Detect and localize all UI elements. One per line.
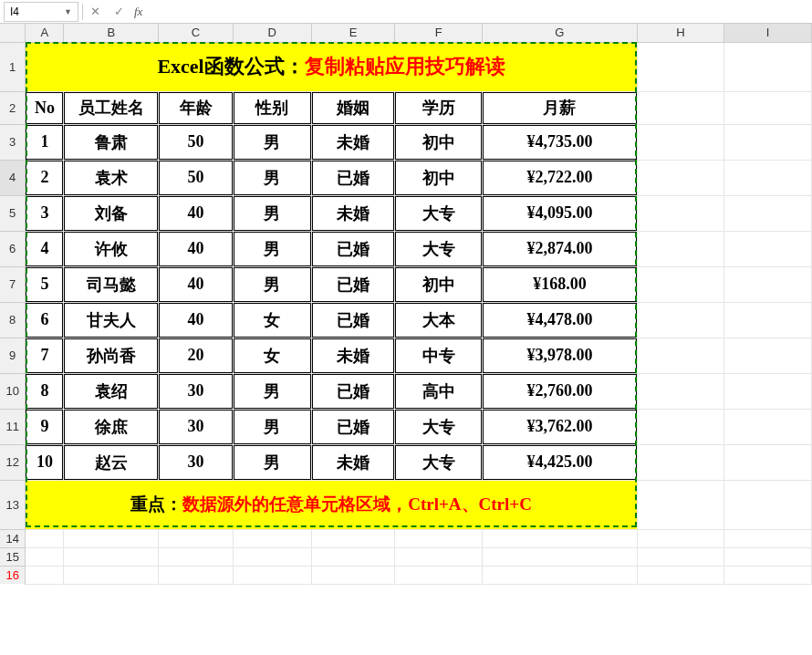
row-head-11[interactable]: 11 <box>0 409 26 444</box>
header-cell[interactable]: 学历 <box>395 91 483 124</box>
data-cell[interactable]: 未婚 <box>311 444 395 480</box>
data-cell[interactable]: 已婚 <box>311 160 395 195</box>
data-cell[interactable]: 30 <box>159 373 234 409</box>
cell[interactable] <box>26 529 64 547</box>
cell[interactable] <box>724 547 812 566</box>
cell[interactable] <box>64 547 159 566</box>
cell[interactable] <box>724 195 812 231</box>
cell[interactable] <box>637 195 724 231</box>
data-cell[interactable]: ¥4,425.00 <box>483 444 638 480</box>
data-cell[interactable]: 20 <box>159 338 234 373</box>
data-cell[interactable]: 大专 <box>395 444 483 480</box>
data-cell[interactable]: 已婚 <box>311 302 395 338</box>
data-cell[interactable]: 男 <box>233 444 311 480</box>
cell[interactable] <box>64 529 159 547</box>
cell[interactable] <box>233 566 311 584</box>
data-cell[interactable]: 男 <box>233 231 311 266</box>
cell[interactable] <box>233 547 311 566</box>
cell[interactable] <box>637 42 724 91</box>
cell[interactable] <box>724 231 812 266</box>
data-cell[interactable]: ¥3,978.00 <box>483 338 638 373</box>
data-cell[interactable]: 男 <box>233 266 311 302</box>
cell[interactable] <box>637 231 724 266</box>
data-cell[interactable]: 甘夫人 <box>64 302 159 338</box>
header-cell[interactable]: 年龄 <box>159 91 234 124</box>
data-cell[interactable]: 男 <box>233 124 311 160</box>
col-head-A[interactable]: A <box>26 24 64 42</box>
spreadsheet-grid[interactable]: A B C D E F G H I 1Excel函数公式：复制粘贴应用技巧解读2… <box>0 24 812 585</box>
data-cell[interactable]: 袁术 <box>64 160 159 195</box>
data-cell[interactable]: 30 <box>159 409 234 444</box>
data-cell[interactable]: 刘备 <box>64 195 159 231</box>
data-cell[interactable]: 40 <box>159 195 234 231</box>
row-head-6[interactable]: 6 <box>0 231 26 266</box>
data-cell[interactable]: 未婚 <box>311 124 395 160</box>
data-cell[interactable]: ¥168.00 <box>483 266 638 302</box>
row-head-9[interactable]: 9 <box>0 338 26 373</box>
cell[interactable] <box>724 338 812 373</box>
data-cell[interactable]: 司马懿 <box>64 266 159 302</box>
data-cell[interactable]: 中专 <box>395 338 483 373</box>
cell[interactable] <box>637 373 724 409</box>
data-cell[interactable]: 50 <box>159 160 234 195</box>
row-head-10[interactable]: 10 <box>0 373 26 409</box>
cell[interactable] <box>724 373 812 409</box>
header-cell[interactable]: No <box>26 91 64 124</box>
cell[interactable] <box>637 91 724 124</box>
cell[interactable] <box>395 529 483 547</box>
name-box[interactable]: I4 ▼ <box>4 2 78 22</box>
col-head-E[interactable]: E <box>311 24 395 42</box>
cell[interactable] <box>637 529 724 547</box>
data-cell[interactable]: 8 <box>26 373 64 409</box>
row-head-5[interactable]: 5 <box>0 195 26 231</box>
data-cell[interactable]: 男 <box>233 409 311 444</box>
cell[interactable] <box>311 566 395 584</box>
formula-input[interactable] <box>146 2 812 22</box>
data-cell[interactable]: 10 <box>26 444 64 480</box>
row-head-16[interactable]: 16 <box>0 566 26 584</box>
header-cell[interactable]: 性别 <box>233 91 311 124</box>
data-cell[interactable]: 40 <box>159 302 234 338</box>
data-cell[interactable]: 大专 <box>395 231 483 266</box>
data-cell[interactable]: ¥2,874.00 <box>483 231 638 266</box>
data-cell[interactable]: 已婚 <box>311 373 395 409</box>
cell[interactable] <box>311 529 395 547</box>
cell[interactable] <box>483 529 638 547</box>
title-cell[interactable]: Excel函数公式：复制粘贴应用技巧解读 <box>26 42 637 91</box>
data-cell[interactable]: 徐庶 <box>64 409 159 444</box>
cell[interactable] <box>637 480 724 529</box>
data-cell[interactable]: 30 <box>159 444 234 480</box>
cell[interactable] <box>724 124 812 160</box>
row-head-14[interactable]: 14 <box>0 529 26 547</box>
data-cell[interactable]: ¥4,735.00 <box>483 124 638 160</box>
cell[interactable] <box>159 547 234 566</box>
data-cell[interactable]: 初中 <box>395 266 483 302</box>
data-cell[interactable]: 初中 <box>395 160 483 195</box>
col-head-F[interactable]: F <box>395 24 483 42</box>
data-cell[interactable]: 1 <box>26 124 64 160</box>
cell[interactable] <box>637 266 724 302</box>
data-cell[interactable]: 50 <box>159 124 234 160</box>
data-cell[interactable]: 40 <box>159 231 234 266</box>
cell[interactable] <box>724 480 812 529</box>
col-head-B[interactable]: B <box>64 24 159 42</box>
cell[interactable] <box>159 529 234 547</box>
cell[interactable] <box>637 302 724 338</box>
col-head-H[interactable]: H <box>637 24 724 42</box>
cell[interactable] <box>637 566 724 584</box>
data-cell[interactable]: 已婚 <box>311 231 395 266</box>
cell[interactable] <box>637 124 724 160</box>
col-head-D[interactable]: D <box>233 24 311 42</box>
cell[interactable] <box>311 547 395 566</box>
fx-icon[interactable]: fx <box>130 5 146 19</box>
data-cell[interactable]: ¥4,095.00 <box>483 195 638 231</box>
data-cell[interactable]: 高中 <box>395 373 483 409</box>
data-cell[interactable]: 6 <box>26 302 64 338</box>
cell[interactable] <box>26 566 64 584</box>
data-cell[interactable]: ¥3,762.00 <box>483 409 638 444</box>
row-head-15[interactable]: 15 <box>0 547 26 566</box>
data-cell[interactable]: 大专 <box>395 195 483 231</box>
cancel-icon[interactable]: ✕ <box>83 2 107 22</box>
col-head-C[interactable]: C <box>159 24 234 42</box>
data-cell[interactable]: 5 <box>26 266 64 302</box>
